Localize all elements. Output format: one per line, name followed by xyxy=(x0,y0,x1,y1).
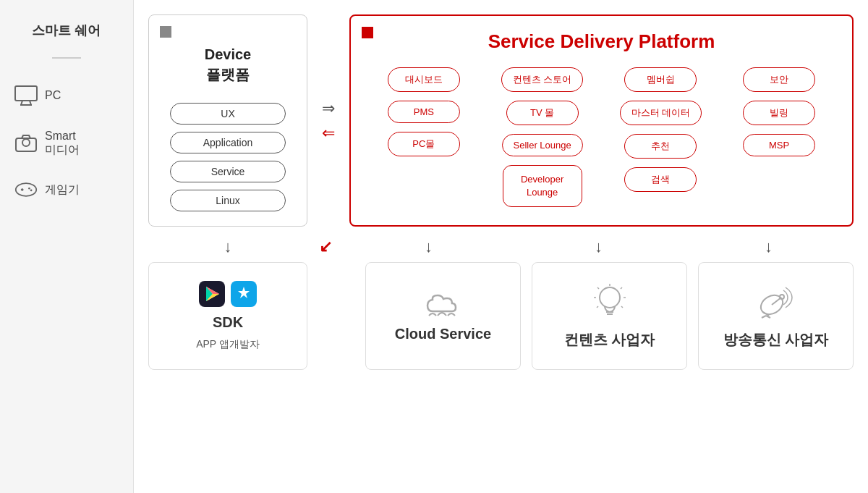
device-platform-items: UX Application Service Linux xyxy=(163,103,292,211)
sdk-card-title: SDK xyxy=(213,314,243,331)
sdk-icons-row xyxy=(199,281,257,307)
sdp-col-4: 보안 빌링 MSP xyxy=(724,67,834,156)
content-down-arrow: ↓ xyxy=(595,237,603,256)
sidebar-divider xyxy=(52,57,81,59)
sidebar-item-pc[interactable]: PC xyxy=(0,77,133,114)
sdp-pill-msp: MSP xyxy=(743,134,815,156)
content-provider-card: 컨텐츠 사업자 xyxy=(532,262,687,370)
device-pill-linux: Linux xyxy=(170,190,286,211)
sidebar-item-game[interactable]: 게임기 xyxy=(0,171,133,208)
sdp-col-2: 컨텐츠 스토어 TV 몰 Seller Lounge DeveloperLoun… xyxy=(488,67,597,207)
mid-spacer xyxy=(318,262,354,370)
sdp-pill-content-store: 컨텐츠 스토어 xyxy=(501,67,584,92)
device-platform-title: Device 플랫폼 xyxy=(205,44,252,85)
sidebar-item-pc-label: PC xyxy=(45,89,61,102)
satellite-icon xyxy=(756,283,796,323)
sdp-pill-seller-lounge: Seller Lounge xyxy=(502,134,583,156)
sidebar: 스마트 쉐어 PC Smart 미디어 xyxy=(0,0,134,493)
sdp-pill-pcmall: PC몰 xyxy=(388,132,460,156)
sdp-grid: 대시보드 PMS PC몰 컨텐츠 스토어 TV 몰 Seller Lounge … xyxy=(369,67,834,207)
sdp-indicator xyxy=(362,27,373,38)
svg-line-32 xyxy=(766,316,770,318)
arrows-row: ↓ ↙ ↓ ↓ ↓ xyxy=(148,237,854,256)
gamepad-icon xyxy=(14,178,38,201)
bottom-section: ↓ ↙ ↓ ↓ ↓ xyxy=(148,237,854,370)
left-arrow: ⇐ xyxy=(322,124,335,143)
google-play-icon xyxy=(199,281,225,307)
sdp-box: Service Delivery Platform 대시보드 PMS PC몰 컨… xyxy=(349,14,854,227)
camera-icon xyxy=(14,131,38,154)
diagonal-down-arrow: ↙ xyxy=(319,237,332,256)
svg-line-25 xyxy=(597,306,598,308)
sdp-pill-search: 검색 xyxy=(624,167,697,192)
device-pill-ux: UX xyxy=(170,103,286,125)
sdp-pill-billing: 빌링 xyxy=(743,101,815,125)
sdp-pill-membership: 멤버쉽 xyxy=(624,67,697,92)
sdk-card: SDK APP 앱개발자 xyxy=(148,262,307,370)
sidebar-title: 스마트 쉐어 xyxy=(32,22,101,39)
lightbulb-icon xyxy=(592,283,628,323)
monitor-icon xyxy=(14,84,38,107)
svg-line-26 xyxy=(621,306,623,308)
svg-point-6 xyxy=(16,183,36,196)
device-pill-application: Application xyxy=(170,132,286,153)
sdp-col-3: 멤버쉽 마스터 데이터 추천 검색 xyxy=(606,67,716,192)
cloud-icon xyxy=(422,290,465,319)
sidebar-item-smart-label: Smart xyxy=(45,129,80,143)
svg-line-31 xyxy=(762,316,766,318)
sdp-pill-dashboard: 대시보드 xyxy=(388,67,460,92)
sidebar-item-game-label: 게임기 xyxy=(45,182,80,198)
cloud-service-card: Cloud Service xyxy=(365,262,521,370)
device-pill-service: Service xyxy=(170,161,286,182)
svg-rect-0 xyxy=(15,86,37,101)
svg-rect-5 xyxy=(16,138,36,151)
sidebar-item-media-label: 미디어 xyxy=(45,143,80,156)
sdp-pill-pms: PMS xyxy=(388,101,460,123)
right-arrow: ⇒ xyxy=(322,99,335,118)
svg-line-22 xyxy=(621,287,622,289)
svg-point-10 xyxy=(30,190,33,192)
sdp-col-1: 대시보드 PMS PC몰 xyxy=(369,67,479,156)
sdk-card-subtitle: APP 앱개발자 xyxy=(196,338,260,351)
broadcast-card: 방송통신 사업자 xyxy=(698,262,854,370)
device-platform-indicator xyxy=(160,26,171,38)
sdp-pill-recommend: 추천 xyxy=(624,134,697,159)
sdk-down-arrow: ↓ xyxy=(224,237,232,256)
broadcast-down-arrow: ↓ xyxy=(765,237,773,256)
cloud-down-arrow: ↓ xyxy=(425,237,433,256)
svg-point-4 xyxy=(22,139,30,146)
svg-point-17 xyxy=(600,287,620,308)
sdp-title: Service Delivery Platform xyxy=(369,30,834,53)
svg-point-29 xyxy=(780,295,784,299)
sdp-pill-developer-lounge: DeveloperLounge xyxy=(503,165,582,207)
sidebar-item-smart-media[interactable]: Smart 미디어 xyxy=(0,122,133,164)
cards-row: SDK APP 앱개발자 Cloud Service xyxy=(148,262,854,370)
sdp-pill-master-data: 마스터 데이터 xyxy=(620,101,702,125)
sdp-pill-tv-mall: TV 몰 xyxy=(506,101,579,125)
content-card-title: 컨텐츠 사업자 xyxy=(564,330,655,350)
device-platform-box: Device 플랫폼 UX Application Service Linux xyxy=(148,14,307,227)
top-section: Device 플랫폼 UX Application Service Linux … xyxy=(148,14,854,227)
arrows-between: ⇒ ⇐ xyxy=(318,14,339,227)
sdp-pill-security: 보안 xyxy=(743,67,815,92)
broadcast-card-title: 방송통신 사업자 xyxy=(723,330,829,350)
main-content: Device 플랫폼 UX Application Service Linux … xyxy=(134,0,868,493)
cloud-card-title: Cloud Service xyxy=(395,326,491,342)
svg-line-21 xyxy=(597,287,599,289)
app-store-icon xyxy=(231,281,257,307)
svg-point-9 xyxy=(28,187,30,190)
